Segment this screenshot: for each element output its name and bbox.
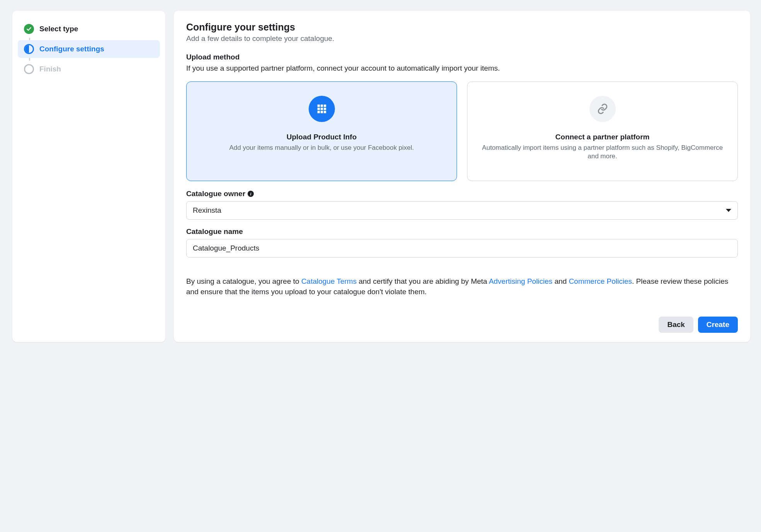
card-title: Upload Product Info (287, 133, 357, 141)
catalogue-owner-select[interactable]: Rexinsta (186, 201, 738, 220)
step-label: Finish (39, 65, 61, 73)
step-finish[interactable]: Finish (18, 60, 160, 78)
upload-method-heading: Upload method (186, 53, 738, 61)
card-connect-partner-platform[interactable]: Connect a partner platform Automatically… (467, 81, 738, 181)
upload-method-description: If you use a supported partner platform,… (186, 63, 738, 74)
svg-rect-8 (324, 111, 326, 113)
svg-rect-5 (324, 107, 326, 110)
sidebar: Select type Configure settings Finish (12, 11, 165, 342)
link-advertising-policies[interactable]: Advertising Policies (489, 277, 552, 285)
svg-rect-6 (317, 111, 319, 113)
link-commerce-policies[interactable]: Commerce Policies (569, 277, 632, 285)
svg-rect-7 (320, 111, 323, 113)
card-title: Connect a partner platform (555, 133, 650, 141)
step-label: Configure settings (39, 45, 104, 53)
create-button[interactable]: Create (698, 317, 738, 333)
svg-rect-2 (324, 104, 326, 107)
main-panel: Configure your settings Add a few detail… (174, 11, 750, 342)
catalogue-owner-value: Rexinsta (193, 206, 221, 215)
card-upload-product-info[interactable]: Upload Product Info Add your items manua… (186, 81, 457, 181)
upload-method-cards: Upload Product Info Add your items manua… (186, 81, 738, 181)
page-title: Configure your settings (186, 22, 738, 33)
catalogue-name-input[interactable] (186, 239, 738, 258)
card-desc: Add your items manually or in bulk, or u… (229, 144, 414, 152)
step-configure-settings[interactable]: Configure settings (18, 40, 160, 58)
svg-rect-4 (320, 107, 323, 110)
empty-circle-icon (24, 64, 34, 74)
legal-text: By using a catalogue, you agree to Catal… (186, 276, 738, 297)
card-desc: Automatically import items using a partn… (477, 144, 728, 161)
chevron-down-icon (726, 209, 731, 212)
half-circle-icon (24, 44, 34, 54)
svg-rect-3 (317, 107, 319, 110)
svg-rect-0 (317, 104, 319, 107)
svg-rect-1 (320, 104, 323, 107)
info-icon[interactable]: i (248, 191, 254, 197)
check-icon (24, 24, 34, 34)
page-subtitle: Add a few details to complete your catal… (186, 34, 738, 43)
step-select-type[interactable]: Select type (18, 20, 160, 38)
grid-icon (309, 96, 335, 122)
link-catalogue-terms[interactable]: Catalogue Terms (301, 277, 357, 285)
catalogue-owner-label: Catalogue owner (186, 190, 245, 198)
step-label: Select type (39, 25, 78, 33)
footer-actions: Back Create (186, 309, 738, 333)
back-button[interactable]: Back (659, 317, 693, 333)
catalogue-name-label: Catalogue name (186, 227, 243, 236)
link-icon (589, 96, 616, 122)
